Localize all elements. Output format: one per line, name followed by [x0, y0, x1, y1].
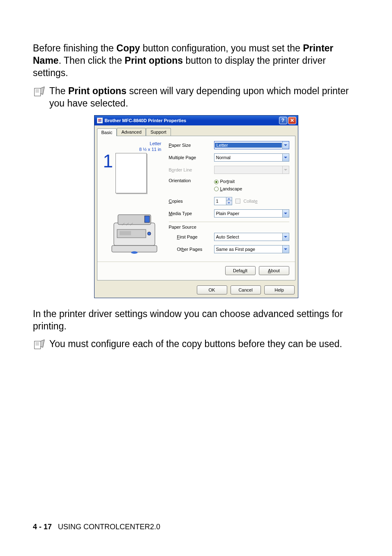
label-orientation: Orientation [169, 178, 214, 183]
dialog-footer: OK Cancel Help [95, 283, 298, 298]
help-button[interactable]: Help [264, 285, 295, 294]
preview-column: Letter 8 ½ x 11 in 1 [103, 141, 169, 257]
label-paper-size: Paper Size [169, 143, 214, 148]
text-bold: Print options [125, 55, 183, 66]
label-collate: Collate [244, 199, 258, 204]
svg-point-11 [131, 251, 138, 254]
note-text-2: You must configure each of the copy butt… [49, 338, 342, 350]
radio-portrait[interactable]: Portrait [214, 178, 289, 185]
svg-rect-10 [112, 246, 157, 252]
note-row-2: You must configure each of the copy butt… [33, 338, 359, 353]
tab-basic[interactable]: Basic [97, 128, 117, 136]
cancel-button[interactable]: Cancel [231, 285, 261, 294]
label-multiple-page: Multiple Page [169, 155, 214, 160]
combo-text: Plain Paper [214, 211, 282, 216]
combo-multiple-page[interactable]: Normal [214, 153, 289, 162]
radio-icon [214, 187, 219, 191]
svg-rect-6 [145, 216, 150, 222]
printer-illustration-icon [106, 206, 163, 256]
chevron-down-icon [282, 141, 289, 149]
svg-rect-9 [120, 231, 131, 235]
combo-text: Auto Select [214, 234, 282, 239]
combo-other-pages[interactable]: Same as First page [214, 245, 289, 253]
text-bold: Copy [116, 43, 140, 53]
combo-text: Letter [215, 143, 282, 148]
svg-point-8 [148, 232, 151, 235]
label-copies: Copies [169, 199, 214, 204]
dialog-titlebar: Brother MFC-8840D Printer Properties ? ✕ [95, 116, 298, 125]
label-first-page: First Page [169, 234, 214, 239]
chevron-down-icon [282, 210, 289, 217]
radio-icon [214, 180, 219, 184]
spinner-down-icon[interactable] [226, 201, 232, 205]
titlebar-help-button[interactable]: ? [279, 117, 287, 124]
combo-text: Same as First page [214, 247, 282, 252]
note-icon [33, 86, 47, 100]
combo-first-page[interactable]: Auto Select [214, 233, 289, 241]
app-icon [97, 118, 103, 123]
intro-paragraph: Before finishing the Copy button configu… [33, 42, 359, 79]
radio-landscape[interactable]: Landscape [214, 185, 289, 193]
tab-support[interactable]: Support [146, 128, 171, 136]
text: The [49, 86, 68, 96]
tab-advanced[interactable]: Advanced [117, 128, 146, 136]
default-button[interactable]: Default [225, 266, 256, 275]
combo-text: Normal [214, 155, 282, 160]
radio-label: Portrait [220, 178, 235, 185]
tab-panel-basic: Letter 8 ½ x 11 in 1 [97, 136, 295, 280]
chevron-down-icon [282, 154, 289, 161]
group-paper-source: Paper Source [169, 222, 289, 229]
page-number: 4 - 17 [33, 523, 52, 531]
preview-count: 1 [103, 153, 113, 169]
note-row: The Print options screen will vary depen… [33, 85, 359, 110]
paper-preview-icon [115, 153, 147, 193]
checkbox-collate [235, 199, 240, 204]
combo-media-type[interactable]: Plain Paper [214, 209, 289, 218]
spinner-copies[interactable]: 1 [214, 197, 232, 205]
text-bold: Print options [68, 86, 127, 96]
text: Before finishing the [33, 43, 116, 53]
label-other-pages: Other Pages [169, 247, 214, 252]
about-button[interactable]: About [259, 266, 289, 275]
tab-strip: Basic Advanced Support [95, 125, 298, 136]
printer-properties-dialog: Brother MFC-8840D Printer Properties ? ✕… [94, 115, 298, 298]
footer-text: USING CONTROLCENTER2.0 [58, 523, 160, 531]
note-text: The Print options screen will vary depen… [49, 85, 359, 110]
chevron-down-icon [282, 166, 289, 174]
ok-button[interactable]: OK [197, 285, 227, 294]
combo-paper-size[interactable]: Letter [214, 141, 289, 149]
spinner-up-icon[interactable] [226, 197, 232, 201]
note-icon [33, 339, 47, 353]
dialog-title: Brother MFC-8840D Printer Properties [105, 118, 278, 123]
label-border-line: Border Line [169, 167, 214, 172]
label-media-type: Media Type [169, 211, 214, 216]
text: button configuration, you must set the [140, 43, 303, 53]
radio-label: Landscape [220, 185, 242, 193]
combo-border-line [214, 166, 289, 174]
text: . Then click the [59, 55, 125, 66]
spinner-value: 1 [214, 197, 226, 205]
settings-column: Paper Size Letter Multiple Page [169, 141, 289, 257]
titlebar-close-button[interactable]: ✕ [288, 117, 296, 124]
chevron-down-icon [282, 233, 289, 241]
paragraph-2: In the printer driver settings window yo… [33, 308, 359, 333]
chevron-down-icon [282, 246, 289, 253]
page-footer: 4 - 17 USING CONTROLCENTER2.0 [33, 523, 160, 531]
preview-paper-name: Letter [103, 141, 161, 146]
